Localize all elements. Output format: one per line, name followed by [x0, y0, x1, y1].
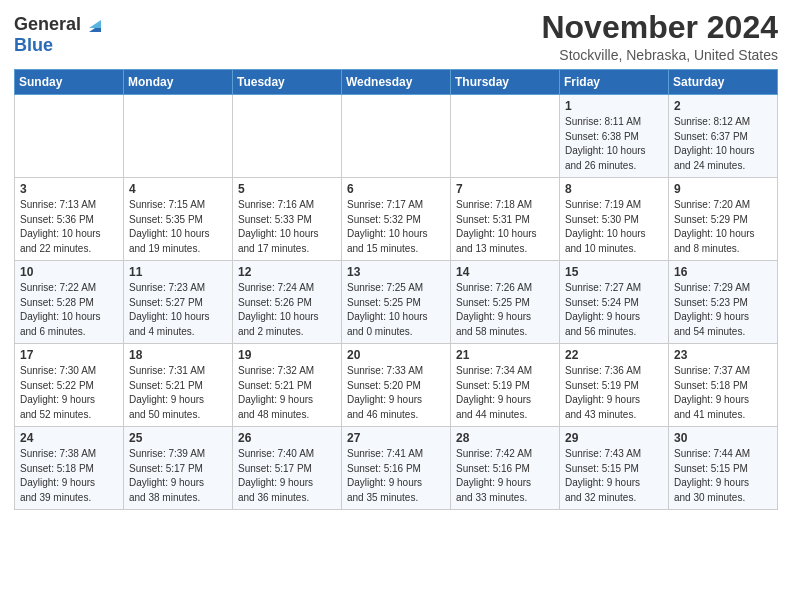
calendar-cell: 15Sunrise: 7:27 AM Sunset: 5:24 PM Dayli… [560, 261, 669, 344]
day-number: 5 [238, 182, 336, 196]
day-info: Sunrise: 7:39 AM Sunset: 5:17 PM Dayligh… [129, 447, 227, 505]
day-number: 26 [238, 431, 336, 445]
calendar-cell: 11Sunrise: 7:23 AM Sunset: 5:27 PM Dayli… [124, 261, 233, 344]
calendar-cell [15, 95, 124, 178]
calendar-cell: 1Sunrise: 8:11 AM Sunset: 6:38 PM Daylig… [560, 95, 669, 178]
day-info: Sunrise: 7:37 AM Sunset: 5:18 PM Dayligh… [674, 364, 772, 422]
day-info: Sunrise: 7:30 AM Sunset: 5:22 PM Dayligh… [20, 364, 118, 422]
col-header-friday: Friday [560, 70, 669, 95]
day-info: Sunrise: 7:15 AM Sunset: 5:35 PM Dayligh… [129, 198, 227, 256]
day-info: Sunrise: 7:33 AM Sunset: 5:20 PM Dayligh… [347, 364, 445, 422]
calendar-cell: 14Sunrise: 7:26 AM Sunset: 5:25 PM Dayli… [451, 261, 560, 344]
calendar-cell: 20Sunrise: 7:33 AM Sunset: 5:20 PM Dayli… [342, 344, 451, 427]
day-number: 10 [20, 265, 118, 279]
day-info: Sunrise: 7:41 AM Sunset: 5:16 PM Dayligh… [347, 447, 445, 505]
calendar: SundayMondayTuesdayWednesdayThursdayFrid… [14, 69, 778, 510]
calendar-cell: 10Sunrise: 7:22 AM Sunset: 5:28 PM Dayli… [15, 261, 124, 344]
calendar-cell [451, 95, 560, 178]
day-number: 28 [456, 431, 554, 445]
calendar-cell: 5Sunrise: 7:16 AM Sunset: 5:33 PM Daylig… [233, 178, 342, 261]
day-info: Sunrise: 7:31 AM Sunset: 5:21 PM Dayligh… [129, 364, 227, 422]
col-header-tuesday: Tuesday [233, 70, 342, 95]
calendar-cell: 3Sunrise: 7:13 AM Sunset: 5:36 PM Daylig… [15, 178, 124, 261]
calendar-cell: 21Sunrise: 7:34 AM Sunset: 5:19 PM Dayli… [451, 344, 560, 427]
day-number: 22 [565, 348, 663, 362]
day-number: 29 [565, 431, 663, 445]
calendar-cell: 19Sunrise: 7:32 AM Sunset: 5:21 PM Dayli… [233, 344, 342, 427]
calendar-cell [342, 95, 451, 178]
day-number: 13 [347, 265, 445, 279]
day-info: Sunrise: 7:26 AM Sunset: 5:25 PM Dayligh… [456, 281, 554, 339]
calendar-cell: 4Sunrise: 7:15 AM Sunset: 5:35 PM Daylig… [124, 178, 233, 261]
day-number: 4 [129, 182, 227, 196]
day-number: 20 [347, 348, 445, 362]
day-info: Sunrise: 7:23 AM Sunset: 5:27 PM Dayligh… [129, 281, 227, 339]
calendar-cell: 28Sunrise: 7:42 AM Sunset: 5:16 PM Dayli… [451, 427, 560, 510]
day-number: 14 [456, 265, 554, 279]
calendar-cell: 18Sunrise: 7:31 AM Sunset: 5:21 PM Dayli… [124, 344, 233, 427]
day-number: 19 [238, 348, 336, 362]
day-number: 12 [238, 265, 336, 279]
day-info: Sunrise: 8:12 AM Sunset: 6:37 PM Dayligh… [674, 115, 772, 173]
day-info: Sunrise: 7:36 AM Sunset: 5:19 PM Dayligh… [565, 364, 663, 422]
logo-icon [83, 14, 105, 36]
day-number: 16 [674, 265, 772, 279]
day-info: Sunrise: 7:32 AM Sunset: 5:21 PM Dayligh… [238, 364, 336, 422]
day-number: 17 [20, 348, 118, 362]
day-info: Sunrise: 7:34 AM Sunset: 5:19 PM Dayligh… [456, 364, 554, 422]
calendar-cell: 27Sunrise: 7:41 AM Sunset: 5:16 PM Dayli… [342, 427, 451, 510]
calendar-cell: 6Sunrise: 7:17 AM Sunset: 5:32 PM Daylig… [342, 178, 451, 261]
day-info: Sunrise: 7:24 AM Sunset: 5:26 PM Dayligh… [238, 281, 336, 339]
day-info: Sunrise: 7:20 AM Sunset: 5:29 PM Dayligh… [674, 198, 772, 256]
day-info: Sunrise: 8:11 AM Sunset: 6:38 PM Dayligh… [565, 115, 663, 173]
header: General Blue November 2024 Stockville, N… [14, 10, 778, 63]
day-info: Sunrise: 7:43 AM Sunset: 5:15 PM Dayligh… [565, 447, 663, 505]
day-number: 18 [129, 348, 227, 362]
day-number: 30 [674, 431, 772, 445]
day-number: 24 [20, 431, 118, 445]
day-number: 11 [129, 265, 227, 279]
day-info: Sunrise: 7:38 AM Sunset: 5:18 PM Dayligh… [20, 447, 118, 505]
day-info: Sunrise: 7:19 AM Sunset: 5:30 PM Dayligh… [565, 198, 663, 256]
day-info: Sunrise: 7:16 AM Sunset: 5:33 PM Dayligh… [238, 198, 336, 256]
location: Stockville, Nebraska, United States [541, 47, 778, 63]
day-info: Sunrise: 7:42 AM Sunset: 5:16 PM Dayligh… [456, 447, 554, 505]
logo-general-text: General [14, 15, 81, 35]
month-title: November 2024 [541, 10, 778, 45]
calendar-cell [233, 95, 342, 178]
calendar-cell: 23Sunrise: 7:37 AM Sunset: 5:18 PM Dayli… [669, 344, 778, 427]
day-info: Sunrise: 7:18 AM Sunset: 5:31 PM Dayligh… [456, 198, 554, 256]
col-header-wednesday: Wednesday [342, 70, 451, 95]
day-number: 2 [674, 99, 772, 113]
calendar-cell: 25Sunrise: 7:39 AM Sunset: 5:17 PM Dayli… [124, 427, 233, 510]
col-header-saturday: Saturday [669, 70, 778, 95]
title-block: November 2024 Stockville, Nebraska, Unit… [541, 10, 778, 63]
day-number: 6 [347, 182, 445, 196]
day-number: 23 [674, 348, 772, 362]
day-number: 21 [456, 348, 554, 362]
logo-blue-text: Blue [14, 36, 53, 56]
day-info: Sunrise: 7:44 AM Sunset: 5:15 PM Dayligh… [674, 447, 772, 505]
day-info: Sunrise: 7:27 AM Sunset: 5:24 PM Dayligh… [565, 281, 663, 339]
calendar-cell: 24Sunrise: 7:38 AM Sunset: 5:18 PM Dayli… [15, 427, 124, 510]
day-number: 9 [674, 182, 772, 196]
day-number: 1 [565, 99, 663, 113]
calendar-cell: 12Sunrise: 7:24 AM Sunset: 5:26 PM Dayli… [233, 261, 342, 344]
calendar-cell: 17Sunrise: 7:30 AM Sunset: 5:22 PM Dayli… [15, 344, 124, 427]
day-number: 8 [565, 182, 663, 196]
page: General Blue November 2024 Stockville, N… [0, 0, 792, 520]
day-number: 7 [456, 182, 554, 196]
day-info: Sunrise: 7:22 AM Sunset: 5:28 PM Dayligh… [20, 281, 118, 339]
calendar-cell: 26Sunrise: 7:40 AM Sunset: 5:17 PM Dayli… [233, 427, 342, 510]
svg-marker-1 [89, 20, 101, 28]
day-info: Sunrise: 7:25 AM Sunset: 5:25 PM Dayligh… [347, 281, 445, 339]
calendar-cell: 8Sunrise: 7:19 AM Sunset: 5:30 PM Daylig… [560, 178, 669, 261]
day-number: 27 [347, 431, 445, 445]
calendar-cell: 30Sunrise: 7:44 AM Sunset: 5:15 PM Dayli… [669, 427, 778, 510]
calendar-cell: 9Sunrise: 7:20 AM Sunset: 5:29 PM Daylig… [669, 178, 778, 261]
calendar-cell: 7Sunrise: 7:18 AM Sunset: 5:31 PM Daylig… [451, 178, 560, 261]
col-header-sunday: Sunday [15, 70, 124, 95]
calendar-cell: 13Sunrise: 7:25 AM Sunset: 5:25 PM Dayli… [342, 261, 451, 344]
day-number: 25 [129, 431, 227, 445]
logo: General Blue [14, 14, 105, 56]
